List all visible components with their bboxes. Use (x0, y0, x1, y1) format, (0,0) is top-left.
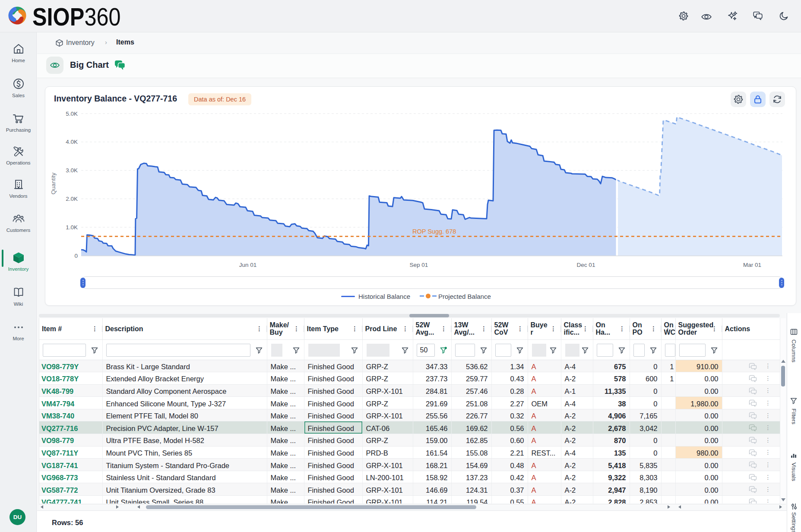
svg-text:Jun 01: Jun 01 (239, 262, 257, 268)
svg-text:Mar 01: Mar 01 (743, 262, 761, 268)
svg-text:2.0K: 2.0K (66, 196, 78, 202)
svg-text:1.0K: 1.0K (66, 224, 78, 231)
svg-text:Dec 01: Dec 01 (577, 262, 595, 268)
svg-text:4.0K: 4.0K (66, 139, 78, 145)
svg-text:3.0K: 3.0K (66, 167, 78, 174)
svg-text:Sep 01: Sep 01 (410, 262, 428, 268)
svg-text:ROP Sugg. 678: ROP Sugg. 678 (412, 228, 456, 235)
svg-text:0: 0 (74, 253, 78, 259)
svg-text:Quantity: Quantity (50, 173, 57, 195)
svg-text:5.0K: 5.0K (66, 111, 78, 117)
